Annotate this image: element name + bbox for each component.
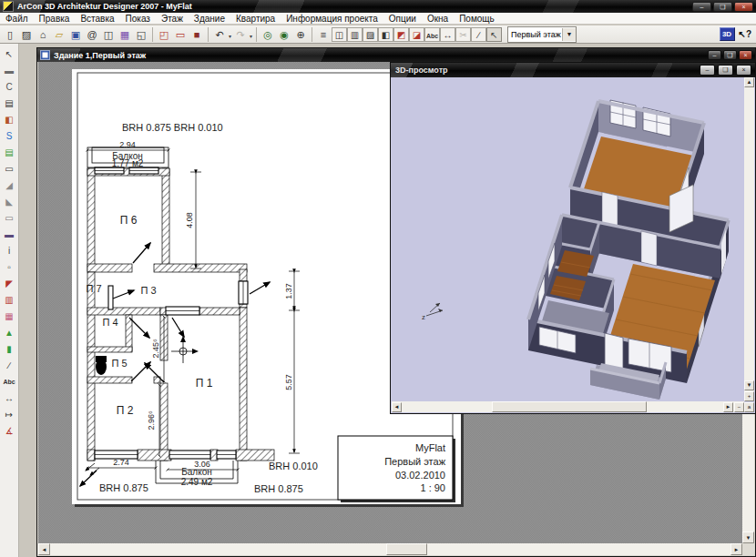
layer-list-icon[interactable]: ≡: [315, 26, 332, 42]
save-icon[interactable]: ▣: [67, 26, 84, 42]
chevron-down-icon[interactable]: ▾: [229, 29, 231, 44]
line-tool-icon[interactable]: ∕: [2, 358, 17, 373]
new-project-icon[interactable]: ▯: [2, 26, 18, 42]
viewer-zoom-in-button[interactable]: +: [744, 391, 754, 401]
cut-tool-icon[interactable]: ✂: [455, 27, 471, 42]
column-tool-icon[interactable]: i: [2, 243, 17, 258]
viewer-hscroll-thumb[interactable]: [492, 401, 647, 412]
zoom-section-icon[interactable]: ◉: [276, 26, 292, 42]
context-help-icon[interactable]: ↖?: [739, 29, 752, 39]
measure-tool-icon[interactable]: ∡: [2, 423, 17, 439]
viewer-zoom-out-button[interactable]: −: [734, 402, 744, 412]
building-select-icon[interactable]: ⌂: [35, 26, 51, 42]
select-elements-icon[interactable]: ↖: [486, 27, 502, 42]
viewer-vertical-scrollbar[interactable]: ▲ ▼ +: [744, 77, 754, 401]
bed-tool-icon[interactable]: ▭: [2, 210, 17, 226]
room-polygon-icon[interactable]: ▭: [172, 26, 189, 42]
floor-dropdown[interactable]: Первый этаж ▼: [507, 26, 577, 43]
window-tool-icon[interactable]: ▤: [2, 96, 17, 111]
export-image-icon[interactable]: ▦: [117, 26, 133, 42]
menu-view[interactable]: Показ: [120, 13, 156, 25]
undo-icon[interactable]: ↶▾: [211, 26, 228, 42]
viewer-scroll-right-icon[interactable]: ►: [723, 402, 733, 412]
scroll-down-icon[interactable]: ▼: [742, 532, 754, 543]
doc-maximize-button[interactable]: ❏: [723, 50, 737, 60]
maximize-button[interactable]: ❏: [713, 2, 732, 12]
origin-crosshair-icon[interactable]: ⊕: [292, 26, 309, 42]
viewer-close-button[interactable]: ×: [736, 65, 751, 76]
roof-display-icon[interactable]: ◩: [393, 27, 409, 42]
floorplan-mode-icon[interactable]: ◰: [156, 26, 172, 42]
menu-floor[interactable]: Этаж: [156, 13, 189, 25]
print-icon[interactable]: ◫: [100, 26, 117, 42]
doc-hscroll-thumb[interactable]: [386, 543, 427, 555]
dimension-chain-tool-icon[interactable]: ↦: [2, 407, 17, 422]
redo-icon[interactable]: ↷▾: [232, 26, 249, 42]
dormer-tool-icon[interactable]: ◣: [2, 194, 17, 209]
dim-274: 2.74: [113, 458, 129, 467]
window-display-icon[interactable]: ◧: [378, 27, 393, 42]
dimension-tool-icon[interactable]: ↔: [2, 390, 17, 406]
hatch-display-icon[interactable]: ▨: [363, 27, 378, 42]
menu-apartment[interactable]: Квартира: [230, 13, 281, 25]
document-titlebar[interactable]: Здание 1,Первый этаж – ❏ ×: [37, 48, 755, 62]
wall-tool-icon[interactable]: ▬: [2, 63, 17, 78]
viewer-scroll-down-icon[interactable]: ▼: [744, 380, 754, 390]
scroll-right-icon[interactable]: ►: [730, 543, 742, 555]
arrange-windows-icon[interactable]: ◱: [133, 26, 149, 42]
open-plan-icon[interactable]: ▨: [18, 26, 35, 42]
zoom-view-icon[interactable]: ◎: [260, 26, 276, 42]
container-tool-icon[interactable]: ▦: [2, 309, 17, 324]
menu-insert[interactable]: Вставка: [75, 13, 119, 25]
door-tool-icon[interactable]: ◧: [2, 112, 17, 127]
room-tool-icon[interactable]: ▭: [2, 161, 17, 177]
app-titlebar[interactable]: ArCon 3D Architektur Designer 2007 - MyF…: [0, 0, 756, 13]
menu-help[interactable]: Помощь: [454, 13, 500, 25]
sofa-tool-icon[interactable]: ▬: [2, 227, 17, 242]
viewer-scroll-left-icon[interactable]: ◄: [392, 402, 402, 412]
object-tool-icon[interactable]: ▫: [2, 259, 17, 275]
text-tool-icon[interactable]: Abc: [2, 374, 17, 390]
viewer-minimize-button[interactable]: –: [700, 65, 715, 76]
menu-options[interactable]: Опции: [383, 13, 422, 25]
viewer-horizontal-scrollbar[interactable]: ◄ ► −: [392, 401, 744, 412]
menu-building[interactable]: Здание: [189, 13, 230, 25]
viewer-titlebar[interactable]: 3D-просмотр – ❏ ×: [391, 63, 755, 77]
viewer-scroll-up-icon[interactable]: ▲: [744, 77, 754, 87]
menu-file[interactable]: Файл: [0, 13, 34, 25]
cabinet-tool-icon[interactable]: ▥: [2, 292, 17, 308]
text-labels-icon[interactable]: Abc: [424, 27, 440, 42]
fence-tool-icon[interactable]: ▮: [2, 341, 17, 357]
viewer-corner-button[interactable]: a: [744, 402, 754, 412]
close-button[interactable]: ×: [734, 2, 753, 12]
chevron-down-icon[interactable]: ▼: [562, 28, 576, 41]
open-folder-icon[interactable]: ▱: [51, 26, 67, 42]
menu-windows[interactable]: Окна: [422, 13, 454, 25]
stair-tool-icon[interactable]: ▤: [2, 145, 17, 160]
select-arrow-icon[interactable]: ↖: [2, 46, 17, 62]
minimize-button[interactable]: –: [692, 2, 711, 12]
chevron-down-icon[interactable]: ▾: [250, 29, 252, 44]
landscape-tool-icon[interactable]: ▲: [2, 325, 17, 340]
view-3d-button[interactable]: 3D: [720, 27, 735, 41]
send-email-icon[interactable]: @: [84, 26, 100, 42]
scroll-left-icon[interactable]: ◄: [38, 543, 50, 555]
object-catalog-icon[interactable]: ■: [189, 26, 205, 42]
dimension-display-icon[interactable]: ↔: [440, 27, 455, 42]
roof-tool-icon[interactable]: ◢: [2, 177, 17, 193]
spiral-stair-tool-icon[interactable]: S: [2, 128, 17, 144]
viewer-3d-canvas[interactable]: z: [392, 77, 744, 401]
module-tool-icon[interactable]: ◤: [2, 276, 17, 291]
dim-294: 2.94: [119, 140, 136, 149]
ruler-display-icon[interactable]: ▥: [347, 27, 363, 42]
doc-close-button[interactable]: ×: [739, 50, 752, 60]
doc-horizontal-scrollbar[interactable]: ◄ ►: [38, 543, 742, 555]
texture-display-icon[interactable]: ◪: [409, 27, 424, 42]
menu-edit[interactable]: Правка: [34, 13, 76, 25]
wall-display-icon[interactable]: ◫: [332, 27, 347, 42]
viewer-maximize-button[interactable]: ❏: [718, 65, 733, 76]
menu-project-info[interactable]: Информация проекта: [281, 13, 383, 25]
doc-minimize-button[interactable]: –: [708, 50, 721, 60]
guides-tool-icon[interactable]: ∕: [471, 27, 486, 42]
curved-wall-tool-icon[interactable]: C: [2, 79, 17, 95]
